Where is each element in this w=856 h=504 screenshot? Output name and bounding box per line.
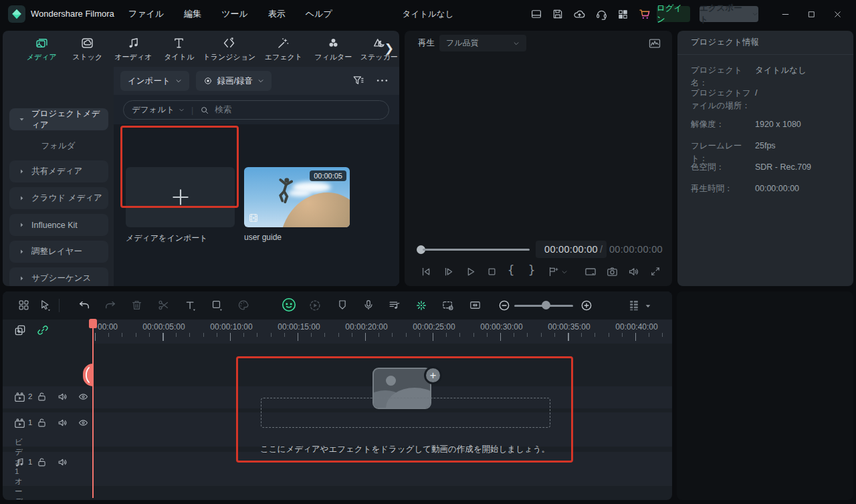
redo-icon[interactable] bbox=[104, 299, 117, 312]
search-bar[interactable]: デフォルト | 検索 bbox=[123, 100, 389, 120]
close-button[interactable] bbox=[833, 10, 842, 19]
auto-ripple-link-icon[interactable] bbox=[36, 324, 49, 337]
audio-track-1[interactable] bbox=[3, 452, 672, 486]
preview-render-icon[interactable] bbox=[441, 299, 455, 312]
stop-button[interactable] bbox=[486, 265, 498, 278]
speed-ramp-icon[interactable] bbox=[308, 299, 322, 312]
split-scissors-icon[interactable] bbox=[157, 299, 170, 311]
clip-grid-icon[interactable] bbox=[17, 299, 30, 311]
fit-timeline-icon[interactable] bbox=[469, 299, 481, 311]
menu-help[interactable]: ヘルプ bbox=[306, 8, 332, 20]
search-input[interactable]: 検索 bbox=[215, 104, 231, 116]
sidebar-item-project-media[interactable]: プロジェクトメディア bbox=[9, 108, 108, 130]
tab-filters[interactable]: フィルター bbox=[313, 36, 353, 62]
scope-icon[interactable] bbox=[648, 37, 661, 50]
track-manager-caret-icon[interactable] bbox=[645, 303, 651, 309]
ai-enhance-sparkle-icon[interactable] bbox=[415, 299, 428, 312]
sidebar-item-subsequence[interactable]: サブシーケンス bbox=[9, 267, 108, 286]
select-tool-icon[interactable] bbox=[39, 299, 51, 311]
sidebar-item-shared-media[interactable]: 共有メディア bbox=[9, 160, 108, 182]
export-button[interactable]: エクスポート bbox=[700, 6, 758, 22]
play-button[interactable] bbox=[464, 265, 477, 278]
playhead-marker[interactable] bbox=[89, 319, 97, 328]
fullscreen-button[interactable] bbox=[649, 265, 661, 277]
ruler-tick-label: 00:00:20:00 bbox=[336, 322, 397, 332]
menu-edit[interactable]: 編集 bbox=[184, 8, 201, 20]
menu-view[interactable]: 表示 bbox=[268, 8, 286, 20]
menu-tools[interactable]: ツール bbox=[221, 8, 248, 20]
previous-frame-button[interactable] bbox=[419, 265, 432, 278]
snapshot-button[interactable] bbox=[606, 265, 619, 278]
play-section-label: 再生 bbox=[418, 37, 435, 49]
zoom-in-icon[interactable] bbox=[580, 299, 593, 312]
tab-media-label: メディア bbox=[27, 52, 57, 62]
tab-titles[interactable]: タイトル bbox=[158, 36, 199, 62]
layout-panel-icon[interactable] bbox=[530, 8, 542, 20]
timeline-zoom-handle[interactable] bbox=[542, 301, 550, 309]
voiceover-mic-icon[interactable] bbox=[362, 299, 374, 311]
ai-copilot-icon[interactable] bbox=[281, 297, 297, 313]
playback-quality-dropdown[interactable]: フル品質 bbox=[439, 35, 526, 51]
audio-mixer-icon[interactable] bbox=[388, 299, 401, 311]
headset-icon[interactable] bbox=[595, 8, 608, 21]
tab-audio[interactable]: オーディオ bbox=[113, 36, 153, 62]
marker-button[interactable] bbox=[546, 265, 559, 278]
login-button[interactable]: ログイン bbox=[657, 6, 690, 22]
mark-in-button[interactable]: { bbox=[508, 263, 514, 277]
more-options-icon[interactable] bbox=[376, 76, 389, 85]
menu-file[interactable]: ファイル bbox=[128, 8, 164, 20]
current-timecode[interactable]: 00:00:00:00 bbox=[536, 241, 607, 258]
search-scope-dropdown[interactable]: デフォルト bbox=[132, 104, 175, 116]
cloud-upload-icon[interactable] bbox=[573, 8, 586, 21]
color-palette-icon[interactable] bbox=[237, 299, 249, 311]
next-frame-button[interactable] bbox=[442, 265, 455, 278]
marker-dropdown-icon[interactable] bbox=[561, 269, 568, 275]
tab-media[interactable]: メディア bbox=[21, 36, 62, 62]
lock-icon[interactable] bbox=[36, 457, 47, 468]
media-clip-thumbnail[interactable]: 00:00:05 bbox=[244, 167, 350, 227]
sidebar-item-influence-kit[interactable]: Influence Kit bbox=[9, 214, 108, 236]
dropzone-target[interactable] bbox=[261, 398, 550, 428]
mark-out-button[interactable]: } bbox=[528, 263, 535, 277]
eye-icon[interactable] bbox=[78, 391, 89, 402]
playhead-line[interactable] bbox=[92, 319, 94, 498]
filter-funnel-icon[interactable] bbox=[352, 74, 364, 87]
save-icon[interactable] bbox=[552, 8, 564, 20]
minimize-button[interactable] bbox=[781, 10, 790, 19]
apps-grid-icon[interactable] bbox=[617, 9, 629, 20]
mute-icon[interactable] bbox=[57, 391, 68, 402]
shield-badge-icon[interactable] bbox=[336, 299, 348, 311]
chevron-down-icon bbox=[513, 40, 520, 47]
maximize-button[interactable] bbox=[807, 10, 816, 19]
sidebar-item-cloud-media[interactable]: クラウド メディア bbox=[9, 187, 108, 209]
track-manager-icon[interactable] bbox=[627, 299, 641, 312]
menu-bar: ファイル 編集 ツール 表示 ヘルプ bbox=[128, 0, 332, 28]
expand-tabs-icon[interactable]: ❯ bbox=[385, 41, 394, 55]
timeline-ruler[interactable]: 00:00 00:00:05:00 00:00:10:00 00:00:15:0… bbox=[94, 320, 672, 344]
cart-icon[interactable] bbox=[638, 7, 651, 21]
undo-icon[interactable] bbox=[78, 299, 91, 312]
eye-icon[interactable] bbox=[78, 417, 89, 428]
sidebar-item-adjustment-layer[interactable]: 調整レイヤー bbox=[9, 241, 108, 263]
delete-icon[interactable] bbox=[130, 299, 143, 311]
lock-icon[interactable] bbox=[36, 417, 47, 428]
tab-transitions[interactable]: トランジション bbox=[205, 36, 254, 62]
import-media-card[interactable] bbox=[126, 167, 235, 227]
seek-track[interactable] bbox=[423, 249, 530, 251]
tab-effects[interactable]: エフェクト bbox=[259, 36, 308, 62]
crop-tool-icon[interactable] bbox=[211, 299, 223, 311]
volume-button[interactable] bbox=[627, 265, 640, 278]
tab-titles-label: タイトル bbox=[164, 52, 194, 62]
playhead-grip[interactable] bbox=[83, 364, 93, 386]
mute-icon[interactable] bbox=[57, 457, 68, 468]
text-tool-icon[interactable] bbox=[184, 299, 197, 311]
tab-stock[interactable]: ストック bbox=[67, 36, 107, 62]
display-mode-button[interactable] bbox=[584, 265, 597, 279]
zoom-out-icon[interactable] bbox=[498, 299, 511, 312]
import-dropdown-button[interactable]: インポート bbox=[120, 71, 189, 91]
sidebar-item-label: サブシーケンス bbox=[31, 273, 91, 284]
mute-icon[interactable] bbox=[57, 417, 68, 428]
lock-icon[interactable] bbox=[36, 391, 47, 402]
record-button[interactable]: 録画/録音 bbox=[196, 71, 272, 91]
add-to-timeline-icon[interactable] bbox=[13, 324, 27, 337]
